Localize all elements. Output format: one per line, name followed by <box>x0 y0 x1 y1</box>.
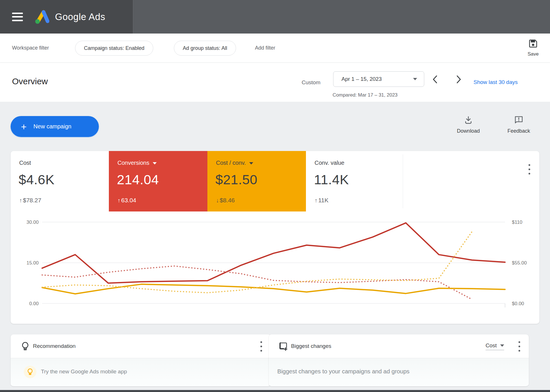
lightbulb-icon <box>20 341 30 352</box>
biggest-changes-card: Biggest changes Cost Biggest changes to … <box>269 334 529 386</box>
top-app-bar: Google Ads <box>0 0 550 34</box>
svg-text:30.00: 30.00 <box>26 219 39 225</box>
feedback-icon <box>514 115 524 125</box>
filter-pill-campaign-status[interactable]: Campaign status: Enabled <box>75 41 153 56</box>
new-campaign-label: New campaign <box>34 123 71 130</box>
next-period-button[interactable] <box>453 73 464 86</box>
bottom-edge-bar <box>0 390 550 392</box>
workspace-filter-label: Workspace filter <box>12 45 49 51</box>
biggest-changes-card-body: Biggest changes to your campaigns and ad… <box>269 358 529 386</box>
date-range-value: Apr 1 – 15, 2023 <box>341 76 382 82</box>
chevron-down-icon <box>500 344 504 347</box>
download-label: Download <box>453 128 484 134</box>
page-title: Overview <box>12 77 48 86</box>
compared-period-label: Compared: Mar 17 – 31, 2023 <box>333 92 398 98</box>
brand-name: Google Ads <box>55 11 105 22</box>
recommendation-card-menu-icon[interactable] <box>258 341 265 352</box>
biggest-changes-card-menu-icon[interactable] <box>516 341 523 352</box>
overview-chart-card: Cost $4.6K ↑$78.27 Conversions 214.04 ↑6… <box>11 151 539 324</box>
add-filter-button[interactable]: Add filter <box>255 45 275 51</box>
biggest-changes-card-header: Biggest changes Cost <box>269 334 529 358</box>
lightbulb-yellow-icon <box>24 366 36 378</box>
biggest-changes-metric-select[interactable]: Cost <box>486 342 504 350</box>
download-icon <box>464 115 473 125</box>
filter-pill-label: Campaign status: Enabled <box>84 45 144 51</box>
content-area: + New campaign Download Feedback Cost $4… <box>0 102 550 392</box>
google-ads-logo-icon <box>33 9 49 25</box>
metric-select-value: Cost <box>486 342 497 349</box>
new-campaign-button[interactable]: + New campaign <box>11 116 99 137</box>
svg-text:$55.00: $55.00 <box>512 260 527 266</box>
previous-period-button[interactable] <box>430 73 441 86</box>
chevron-down-icon <box>413 78 417 80</box>
top-bar-brand-section: Google Ads <box>0 0 133 34</box>
save-label: Save <box>524 51 543 57</box>
date-range-picker[interactable]: Apr 1 – 15, 2023 <box>333 71 424 87</box>
show-last-30-days-link[interactable]: Show last 30 days <box>474 79 518 85</box>
filter-pill-label: Ad group status: All <box>183 45 227 51</box>
svg-text:0.00: 0.00 <box>29 301 39 306</box>
recommendation-card-title: Recommendation <box>33 343 76 349</box>
date-mode-label: Custom <box>302 79 320 86</box>
svg-text:$110: $110 <box>512 219 522 225</box>
recommendation-card: Recommendation Try the new Google Ads mo… <box>11 334 271 386</box>
svg-text:15.00: 15.00 <box>26 260 39 266</box>
google-ads-overview-page: Google Ads Workspace filter Campaign sta… <box>0 0 550 392</box>
filter-bar: Workspace filter Campaign status: Enable… <box>0 34 550 63</box>
recommendation-item-text: Try the new Google Ads mobile app <box>41 369 127 375</box>
recommendation-card-header: Recommendation <box>11 334 271 358</box>
recommendation-card-body[interactable]: Try the new Google Ads mobile app <box>11 358 271 386</box>
feedback-label: Feedback <box>503 128 535 134</box>
window-plus-icon <box>278 341 288 351</box>
save-button[interactable]: Save <box>524 39 543 57</box>
biggest-changes-card-title: Biggest changes <box>291 343 331 349</box>
svg-text:$0.00: $0.00 <box>512 301 524 306</box>
biggest-changes-description: Biggest changes to your campaigns and ad… <box>277 368 410 375</box>
overview-chart: 0.00$0.0015.00$55.0030.00$110 <box>11 151 539 324</box>
menu-icon[interactable] <box>12 13 23 21</box>
page-header: Overview Custom Apr 1 – 15, 2023 Show la… <box>0 63 550 102</box>
filter-pill-adgroup-status[interactable]: Ad group status: All <box>174 41 236 56</box>
feedback-button[interactable]: Feedback <box>503 115 535 134</box>
download-button[interactable]: Download <box>453 115 484 134</box>
save-icon <box>528 39 538 48</box>
